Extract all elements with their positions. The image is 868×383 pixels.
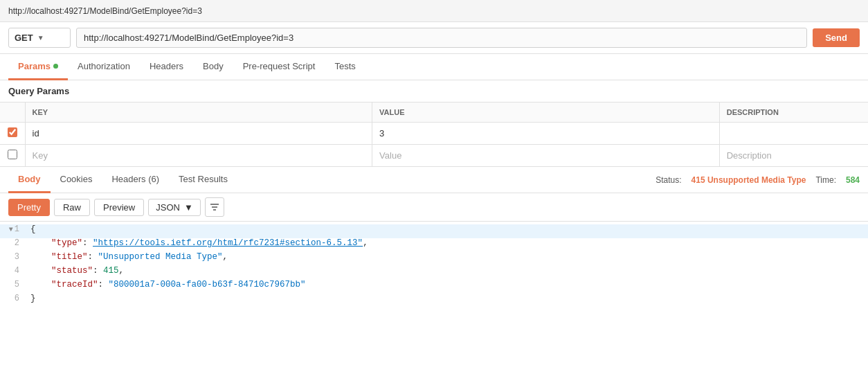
tab-headers[interactable]: Headers bbox=[140, 54, 193, 80]
placeholder-key[interactable]: Key bbox=[25, 145, 372, 167]
tab-authorization-label: Authorization bbox=[78, 61, 130, 71]
col-checkbox bbox=[0, 103, 25, 123]
tab-body[interactable]: Body bbox=[193, 54, 233, 80]
tab-cookies[interactable]: Cookies bbox=[51, 167, 102, 193]
code-content-1: { bbox=[28, 224, 868, 234]
row-checkbox-cell bbox=[0, 123, 25, 145]
send-button[interactable]: Send bbox=[813, 28, 860, 47]
placeholder-checkbox-cell bbox=[0, 145, 25, 167]
row-description bbox=[719, 123, 868, 145]
line-num-2: 2 bbox=[0, 238, 28, 248]
method-chevron-icon: ▼ bbox=[37, 34, 44, 42]
tab-pre-request-label: Pre-request Script bbox=[243, 61, 316, 71]
format-chevron-icon: ▼ bbox=[184, 202, 193, 213]
tab-authorization[interactable]: Authorization bbox=[68, 54, 140, 80]
raw-button[interactable]: Raw bbox=[54, 199, 90, 216]
code-area: ▼1 { 2 "type": "https://tools.ietf.org/h… bbox=[0, 222, 868, 310]
tab-cookies-label: Cookies bbox=[60, 174, 93, 184]
code-content-2: "type": "https://tools.ietf.org/html/rfc… bbox=[28, 238, 868, 248]
code-line-2: 2 "type": "https://tools.ietf.org/html/r… bbox=[0, 238, 868, 252]
params-table: KEY VALUE DESCRIPTION id 3 Key Value Des… bbox=[0, 103, 868, 167]
tab-pre-request-script[interactable]: Pre-request Script bbox=[233, 54, 325, 80]
row-checkbox[interactable] bbox=[8, 127, 17, 137]
status-label: Status: bbox=[655, 175, 681, 185]
format-select[interactable]: JSON ▼ bbox=[148, 199, 201, 216]
code-line-4: 4 "status": 415, bbox=[0, 266, 868, 280]
pretty-button[interactable]: Pretty bbox=[8, 199, 50, 216]
time-label: Time: bbox=[815, 175, 836, 185]
tab-test-results-label: Test Results bbox=[179, 174, 228, 184]
query-params-label: Query Params bbox=[0, 80, 868, 103]
format-select-label: JSON bbox=[156, 202, 180, 213]
table-row: id 3 bbox=[0, 123, 868, 145]
expand-arrow-1[interactable]: ▼ bbox=[9, 226, 13, 233]
filter-icon[interactable] bbox=[205, 197, 224, 217]
col-value: VALUE bbox=[372, 103, 720, 123]
placeholder-description[interactable]: Description bbox=[719, 145, 868, 167]
response-tabs-left: Body Cookies Headers (6) Test Results bbox=[8, 167, 237, 193]
status-value: 415 Unsupported Media Type bbox=[691, 175, 806, 185]
tab-tests[interactable]: Tests bbox=[325, 54, 365, 80]
tab-response-body[interactable]: Body bbox=[8, 167, 51, 193]
response-tabs-row: Body Cookies Headers (6) Test Results St… bbox=[0, 167, 868, 193]
code-line-1: ▼1 { bbox=[0, 224, 868, 238]
url-bar: http://localhost:49271/ModelBind/GetEmpl… bbox=[0, 0, 868, 22]
response-status: Status: 415 Unsupported Media Type Time:… bbox=[655, 175, 860, 185]
tab-headers-label: Headers bbox=[150, 61, 183, 71]
col-description: DESCRIPTION bbox=[719, 103, 868, 123]
code-content-4: "status": 415, bbox=[28, 266, 868, 276]
tab-response-body-label: Body bbox=[18, 174, 41, 184]
request-tabs: Params Authorization Headers Body Pre-re… bbox=[0, 54, 868, 80]
tab-params-label: Params bbox=[18, 61, 51, 71]
request-row: GET ▼ Send bbox=[0, 22, 868, 54]
url-bar-text: http://localhost:49271/ModelBind/GetEmpl… bbox=[8, 6, 202, 16]
method-select[interactable]: GET ▼ bbox=[8, 28, 71, 48]
table-row-placeholder: Key Value Description bbox=[0, 145, 868, 167]
line-num-1: ▼1 bbox=[0, 224, 28, 234]
preview-button[interactable]: Preview bbox=[94, 199, 144, 216]
tab-params[interactable]: Params bbox=[8, 54, 68, 80]
placeholder-value[interactable]: Value bbox=[372, 145, 720, 167]
url-input[interactable] bbox=[76, 28, 807, 48]
line-num-5: 5 bbox=[0, 280, 28, 290]
time-value: 584 bbox=[846, 175, 860, 185]
tab-body-label: Body bbox=[203, 61, 224, 71]
code-content-5: "traceId": "800001a7-000a-fa00-b63f-8471… bbox=[28, 280, 868, 290]
code-content-6: } bbox=[28, 294, 868, 303]
line-num-6: 6 bbox=[0, 294, 28, 303]
line-num-3: 3 bbox=[0, 252, 28, 262]
code-line-5: 5 "traceId": "800001a7-000a-fa00-b63f-84… bbox=[0, 280, 868, 294]
params-dot bbox=[53, 64, 58, 69]
line-num-4: 4 bbox=[0, 266, 28, 276]
col-key: KEY bbox=[25, 103, 372, 123]
method-label: GET bbox=[15, 33, 33, 43]
code-line-3: 3 "title": "Unsupported Media Type", bbox=[0, 252, 868, 266]
format-row: Pretty Raw Preview JSON ▼ bbox=[0, 193, 868, 222]
code-content-3: "title": "Unsupported Media Type", bbox=[28, 252, 868, 262]
tab-tests-label: Tests bbox=[334, 61, 355, 71]
row-value: 3 bbox=[372, 123, 720, 145]
placeholder-checkbox[interactable] bbox=[8, 150, 17, 159]
code-line-6: 6 } bbox=[0, 294, 868, 308]
tab-response-headers[interactable]: Headers (6) bbox=[102, 167, 169, 193]
row-key: id bbox=[25, 123, 372, 145]
tab-test-results[interactable]: Test Results bbox=[169, 167, 237, 193]
tab-response-headers-label: Headers (6) bbox=[111, 174, 159, 184]
